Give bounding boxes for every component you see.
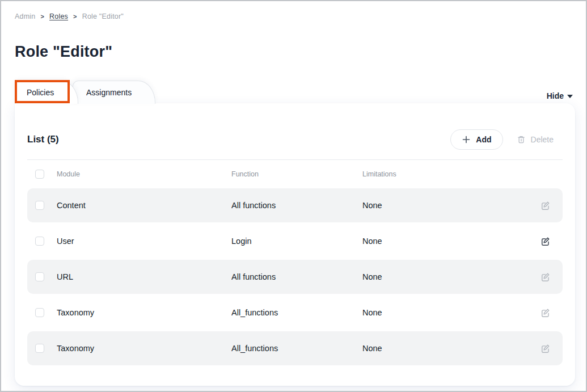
table-row: User Login None [27, 224, 563, 258]
table-row: Content All functions None [27, 188, 563, 222]
cell-limitations: None [362, 272, 538, 281]
row-checkbox[interactable] [35, 201, 44, 210]
select-all-checkbox[interactable] [35, 170, 44, 179]
edit-row-button[interactable] [538, 234, 552, 248]
cell-module: Content [57, 201, 231, 210]
delete-button-label: Delete [531, 135, 554, 144]
breadcrumb: Admin > Roles > Role "Editor" [15, 12, 124, 20]
breadcrumb-item-current: Role "Editor" [82, 12, 124, 20]
row-checkbox[interactable] [35, 308, 44, 317]
cell-module: Taxonomy [57, 344, 231, 353]
column-header-module: Module [57, 170, 231, 178]
policies-panel: List (5) Add Delete [15, 103, 575, 386]
cell-limitations: None [362, 308, 538, 317]
edit-row-button[interactable] [538, 198, 552, 213]
breadcrumb-separator: > [73, 13, 77, 20]
edit-icon [540, 272, 550, 282]
trash-icon [517, 135, 526, 144]
tab-assignments-label: Assignments [86, 88, 132, 97]
breadcrumb-item-admin: Admin [15, 12, 35, 20]
cell-limitations: None [362, 201, 538, 210]
hide-toggle-label: Hide [547, 91, 564, 100]
plus-icon [462, 135, 471, 144]
edit-row-button[interactable] [538, 341, 552, 356]
caret-down-icon [567, 95, 573, 98]
edit-icon [540, 308, 550, 318]
breadcrumb-link-roles[interactable]: Roles [49, 12, 68, 20]
table-row: URL All functions None [27, 260, 563, 294]
table-row: Taxonomy All_functions None [27, 296, 563, 330]
cell-module: URL [57, 272, 231, 281]
column-header-function: Function [231, 170, 362, 178]
cell-function: All_functions [231, 344, 362, 353]
cell-limitations: None [362, 344, 538, 353]
table-header-row: Module Function Limitations [27, 160, 563, 188]
edit-row-button[interactable] [538, 269, 552, 284]
cell-module: Taxonomy [57, 308, 231, 317]
edit-icon [540, 237, 550, 246]
column-header-limitations: Limitations [362, 170, 538, 178]
breadcrumb-separator: > [40, 13, 44, 20]
policies-table: Module Function Limitations Content All … [27, 160, 563, 365]
tab-policies[interactable]: Policies [15, 81, 78, 104]
role-editor-screen: Admin > Roles > Role "Editor" Role "Edit… [0, 0, 587, 392]
list-toolbar: List (5) Add Delete [27, 119, 563, 160]
page-title: Role "Editor" [15, 43, 112, 61]
cell-function: All_functions [231, 308, 362, 317]
cell-module: User [57, 237, 231, 246]
row-checkbox[interactable] [35, 344, 44, 353]
table-row: Taxonomy All_functions None [27, 331, 563, 365]
tab-policies-label: Policies [27, 88, 54, 97]
edit-icon [540, 201, 550, 210]
cell-function: All functions [231, 272, 362, 281]
edit-row-button[interactable] [538, 305, 552, 320]
edit-icon [540, 344, 550, 353]
hide-toggle[interactable]: Hide [547, 91, 573, 100]
row-checkbox[interactable] [35, 272, 44, 281]
cell-function: All functions [231, 201, 362, 210]
add-button-label: Add [476, 135, 491, 144]
row-checkbox[interactable] [35, 237, 44, 246]
cell-limitations: None [362, 237, 538, 246]
cell-function: Login [231, 237, 362, 246]
delete-button[interactable]: Delete [517, 135, 554, 144]
list-title: List (5) [27, 134, 59, 145]
add-button[interactable]: Add [450, 129, 502, 150]
tab-assignments[interactable]: Assignments [73, 81, 155, 104]
